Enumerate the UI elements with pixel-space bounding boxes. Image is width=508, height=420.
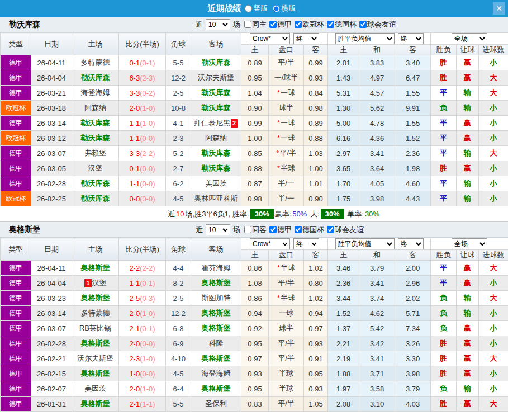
corner-score: 4-5 (166, 191, 191, 206)
avg-dropdowns: 胜平负均值终 (328, 33, 431, 45)
result-outcome: 平 (431, 261, 457, 276)
avg-away: 1.55 (395, 116, 431, 131)
away-team: 奥格斯堡 (191, 321, 241, 336)
avg-type-select[interactable]: 胜平负均值 (335, 238, 395, 249)
league-checkbox-input[interactable] (269, 226, 277, 233)
match-date: 26-02-21 (31, 351, 72, 366)
avg-home: 2.01 (328, 55, 359, 70)
match-row: 德甲26-03-07弗赖堡3-3(2-2)5-2勒沃库森0.85*平/半1.03… (1, 146, 508, 161)
handicap-line: *半球 (269, 261, 304, 276)
away-team: 阿森纳 (191, 131, 241, 146)
halftime-score: (0-0) (140, 180, 155, 188)
league-checkbox[interactable]: 球会友谊 (327, 225, 364, 235)
column-subheader: 进球数 (479, 250, 508, 261)
odds-time-select[interactable]: 终 (293, 33, 319, 44)
home-odds: 0.90 (241, 101, 269, 116)
league-checkbox-input[interactable] (295, 21, 302, 28)
recent-count-select[interactable]: 10 (206, 224, 230, 235)
horizontal-layout-radio-input[interactable] (273, 5, 280, 12)
column-subheader: 主 (328, 45, 359, 55)
match-date: 26-03-21 (31, 86, 72, 101)
column-header: 比分(半场) (119, 238, 166, 261)
avg-away: 4.43 (395, 191, 431, 206)
league-checkbox-input[interactable] (295, 226, 302, 233)
handicap-line: 平/半 (269, 336, 304, 351)
league-checkbox[interactable]: 球会友谊 (359, 20, 396, 30)
result-outcome: 胜 (431, 70, 457, 86)
column-subheader: 主 (328, 250, 359, 261)
away-odds: 0.91 (304, 351, 328, 366)
same-venue-checkbox-input[interactable] (244, 21, 251, 28)
same-venue-checkbox[interactable]: 同主 (244, 20, 267, 30)
same-venue-checkbox-input[interactable] (244, 226, 251, 233)
horizontal-layout-radio[interactable]: 横版 (273, 3, 296, 13)
star-mark: * (277, 294, 280, 302)
avg-home: 5.31 (328, 86, 359, 101)
league-checkbox-input[interactable] (327, 21, 334, 28)
avg-time-select[interactable]: 终 (398, 33, 424, 44)
team-label: 霍芬海姆 (202, 263, 231, 272)
fulltime-score: 2-1 (129, 324, 140, 333)
star-mark: * (277, 119, 280, 127)
result-goals: 大 (479, 70, 508, 86)
match-score: 0-1(0-1) (119, 55, 166, 70)
avg-draw: 3.83 (359, 55, 395, 70)
result-outcome: 平 (431, 86, 457, 101)
team-label: 奥格斯堡 (202, 324, 231, 332)
scope-select[interactable]: 全场 (452, 33, 487, 44)
match-row: 德甲26-03-14多特蒙德2-0(1-0)12-2奥格斯堡0.94一球0.94… (1, 306, 508, 321)
odds-time-select[interactable]: 终 (293, 238, 319, 249)
halftime-score: (0-0) (140, 134, 155, 143)
page-title: 近期战绩 (208, 3, 241, 14)
team-label: 勒沃库森 (202, 149, 231, 157)
avg-type-select[interactable]: 胜平负均值 (335, 33, 395, 44)
recent-count-select[interactable]: 10 (206, 19, 230, 30)
away-team: 勒沃库森 (191, 86, 241, 101)
league-checkbox-input[interactable] (359, 21, 367, 28)
league-checkbox[interactable]: 德甲 (269, 225, 292, 235)
corner-score: 4-5 (166, 366, 191, 381)
avg-draw: 3.41 (359, 276, 395, 291)
avg-home: 1.52 (328, 306, 359, 321)
home-odds: 0.89 (241, 55, 269, 70)
home-team: 1汉堡 (72, 276, 119, 291)
match-score: 2-5(0-3) (119, 291, 166, 306)
league-checkbox[interactable]: 欧冠杯 (295, 20, 324, 30)
league-checkbox[interactable]: 德国杯 (295, 225, 324, 235)
vertical-layout-radio-input[interactable] (245, 5, 252, 12)
fulltime-score: 2-0 (129, 309, 140, 318)
near-label: 近 (196, 225, 203, 235)
handicap-line: 球半 (269, 321, 304, 336)
match-date: 26-04-04 (31, 70, 72, 86)
league-checkbox[interactable]: 德甲 (269, 20, 292, 30)
match-row: 德甲26-02-28勒沃库森1-1(0-0)6-2美因茨0.87半/一1.011… (1, 176, 508, 191)
column-header: 主场 (72, 33, 119, 55)
team-label: 勒沃库森 (202, 103, 231, 112)
avg-away: 2.36 (395, 146, 431, 161)
fulltime-score: 1-0 (129, 370, 140, 378)
scope-select[interactable]: 全场 (452, 238, 487, 249)
avg-time-select[interactable]: 终 (398, 238, 424, 249)
close-button[interactable]: ✕ (493, 2, 505, 15)
result-goals: 小 (479, 336, 508, 351)
odds-company-select[interactable]: Crow* (250, 238, 290, 249)
fulltime-score: 1-1 (129, 180, 140, 188)
odds-company-select[interactable]: Crow* (250, 33, 290, 44)
team-label: 汉堡 (92, 279, 107, 287)
same-venue-checkbox[interactable]: 同客 (244, 225, 267, 235)
away-odds: 1.03 (304, 146, 328, 161)
match-score: 2-1(1-1) (119, 397, 166, 412)
league-badge: 德甲 (1, 161, 31, 176)
result-handicap: 输 (457, 86, 479, 101)
vertical-layout-radio[interactable]: 竖版 (245, 3, 268, 13)
avg-away: 3.26 (395, 336, 431, 351)
avg-home: 2.36 (328, 276, 359, 291)
league-checkbox-input[interactable] (269, 21, 277, 28)
halftime-score: (1-1) (140, 400, 155, 408)
near-label: 近 (168, 209, 175, 219)
result-goals: 大 (479, 261, 508, 276)
column-subheader: 盘口 (269, 45, 304, 55)
league-checkbox[interactable]: 德国杯 (327, 20, 357, 30)
result-goals: 小 (479, 366, 508, 381)
league-checkbox-input[interactable] (327, 226, 334, 233)
